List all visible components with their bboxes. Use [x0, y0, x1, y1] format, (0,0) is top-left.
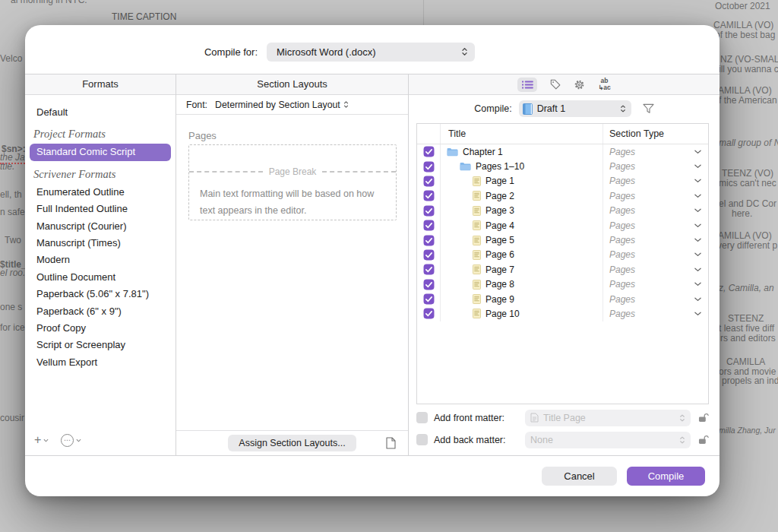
- chevron-down-icon[interactable]: [694, 252, 701, 257]
- row-include-checkbox[interactable]: [417, 277, 440, 292]
- section-type-value[interactable]: Pages: [609, 294, 635, 305]
- format-item[interactable]: Script or Screenplay: [30, 337, 171, 353]
- background-text-fragment: propels an ind: [722, 375, 778, 386]
- chevron-down-icon[interactable]: [694, 179, 701, 183]
- chevron-down-icon[interactable]: [694, 297, 701, 302]
- section-type-value[interactable]: Pages: [609, 220, 635, 231]
- section-type-value[interactable]: Pages: [609, 205, 635, 216]
- format-item[interactable]: Paperback (5.06" x 7.81"): [30, 286, 171, 302]
- back-matter-checkbox[interactable]: [416, 434, 428, 445]
- chevron-down-icon[interactable]: [694, 312, 701, 316]
- front-matter-select[interactable]: Title Page: [525, 410, 691, 426]
- format-item[interactable]: Default: [30, 104, 171, 121]
- format-item[interactable]: Standard Comic Script: [30, 144, 171, 160]
- back-matter-select[interactable]: None: [525, 432, 691, 448]
- table-row[interactable]: Chapter 1Pages: [417, 144, 708, 159]
- format-item[interactable]: Enumerated Outline: [30, 184, 171, 201]
- row-include-checkbox[interactable]: [417, 174, 440, 188]
- front-matter-checkbox[interactable]: [416, 412, 428, 423]
- table-row[interactable]: Pages 1–10Pages: [417, 159, 708, 173]
- background-column-divider: [423, 0, 424, 25]
- table-row[interactable]: Page 3Pages: [417, 204, 708, 218]
- page-icon: [473, 294, 481, 304]
- compile-button[interactable]: Compile: [627, 467, 705, 486]
- list-view-tab[interactable]: [517, 78, 537, 92]
- table-row[interactable]: Page 6Pages: [417, 248, 708, 262]
- chevron-down-icon[interactable]: [694, 150, 701, 154]
- row-include-checkbox[interactable]: [417, 188, 440, 203]
- section-type-value[interactable]: Pages: [609, 264, 635, 275]
- table-row[interactable]: Page 10Pages: [417, 306, 708, 321]
- format-item[interactable]: Full Indented Outline: [30, 201, 171, 217]
- layout-preview: Pages Page Break Main text formatting wi…: [176, 115, 408, 430]
- format-item[interactable]: Paperback (6" x 9"): [30, 303, 171, 320]
- background-text-fragment: al morning in NYC.: [11, 0, 87, 5]
- format-item[interactable]: Manuscript (Times): [30, 235, 171, 252]
- formats-panel-header: Formats: [25, 74, 176, 95]
- background-text-fragment: cousir: [0, 413, 24, 423]
- format-item[interactable]: Vellum Export: [30, 354, 171, 371]
- font-select[interactable]: Determined by Section Layout: [215, 100, 349, 110]
- chevron-down-icon[interactable]: [694, 223, 701, 228]
- section-type-value[interactable]: Pages: [609, 191, 635, 201]
- back-matter-row: Add back matter: None: [416, 432, 709, 448]
- table-row[interactable]: Page 7Pages: [417, 262, 708, 277]
- chevron-down-icon[interactable]: [694, 268, 701, 272]
- row-include-checkbox[interactable]: [417, 233, 440, 247]
- replacements-tab[interactable]: ab ↳ac: [598, 78, 611, 91]
- settings-tab[interactable]: [574, 79, 585, 90]
- row-include-checkbox[interactable]: [417, 159, 440, 173]
- table-row[interactable]: Page 9Pages: [417, 292, 708, 306]
- chevron-down-icon[interactable]: [694, 208, 701, 213]
- chevron-down-icon[interactable]: [694, 282, 701, 287]
- row-include-checkbox[interactable]: [417, 248, 440, 262]
- background-text-fragment: t least five diff: [719, 323, 774, 334]
- table-row[interactable]: Page 8Pages: [417, 277, 708, 292]
- add-format-button[interactable]: +: [34, 435, 49, 445]
- tags-tab[interactable]: [550, 79, 561, 90]
- format-options-button[interactable]: ⋯: [61, 434, 81, 447]
- compile-for-select[interactable]: Microsoft Word (.docx): [267, 43, 475, 62]
- document-icon[interactable]: [386, 437, 396, 452]
- format-item[interactable]: Modern: [30, 252, 171, 268]
- table-row[interactable]: Page 5Pages: [417, 233, 708, 247]
- format-item[interactable]: Proof Copy: [30, 320, 171, 337]
- back-matter-lock[interactable]: [698, 435, 709, 445]
- section-type-value[interactable]: Pages: [609, 176, 635, 186]
- section-type-value[interactable]: Pages: [609, 235, 635, 245]
- table-row[interactable]: Page 1Pages: [417, 174, 708, 188]
- chevron-down-icon[interactable]: [694, 164, 701, 169]
- compile-target-select[interactable]: Draft 1: [519, 100, 631, 117]
- section-type-value[interactable]: Pages: [609, 279, 635, 290]
- assign-section-layouts-button[interactable]: Assign Section Layouts...: [228, 435, 356, 451]
- layout-preview-box[interactable]: Page Break Main text formatting will be …: [188, 144, 397, 220]
- row-include-checkbox[interactable]: [417, 306, 440, 321]
- filter-button[interactable]: [643, 103, 654, 114]
- checked-checkbox-icon: [423, 161, 435, 173]
- format-item[interactable]: Outline Document: [30, 269, 171, 286]
- cancel-button[interactable]: Cancel: [542, 467, 617, 486]
- compile-target-row: Compile: Draft 1: [409, 95, 719, 122]
- row-include-checkbox[interactable]: [417, 218, 440, 233]
- section-type-value[interactable]: Pages: [609, 147, 635, 157]
- section-type-value[interactable]: Pages: [609, 161, 635, 172]
- format-item[interactable]: Manuscript (Courier): [30, 218, 171, 235]
- table-row[interactable]: Page 2Pages: [417, 188, 708, 203]
- row-include-checkbox[interactable]: [417, 144, 440, 159]
- row-include-checkbox[interactable]: [417, 262, 440, 277]
- section-type-value[interactable]: Pages: [609, 249, 635, 260]
- table-row[interactable]: Page 4Pages: [417, 218, 708, 233]
- page-icon: [473, 250, 481, 260]
- background-text-fragment: AMILLA (VO): [718, 230, 772, 241]
- background-text-fragment: CAMILLA: [726, 356, 765, 367]
- row-include-checkbox[interactable]: [417, 204, 440, 218]
- back-matter-value: None: [530, 435, 553, 445]
- row-include-checkbox[interactable]: [417, 292, 440, 306]
- chevron-down-icon[interactable]: [694, 238, 701, 242]
- contents-table: Title Section Type Chapter 1PagesPages 1…: [416, 123, 709, 404]
- section-layouts-footer: Assign Section Layouts...: [176, 430, 408, 455]
- front-matter-lock[interactable]: [698, 413, 709, 423]
- chevron-down-icon[interactable]: [694, 194, 701, 198]
- gear-icon: [574, 79, 585, 90]
- section-type-value[interactable]: Pages: [609, 309, 635, 319]
